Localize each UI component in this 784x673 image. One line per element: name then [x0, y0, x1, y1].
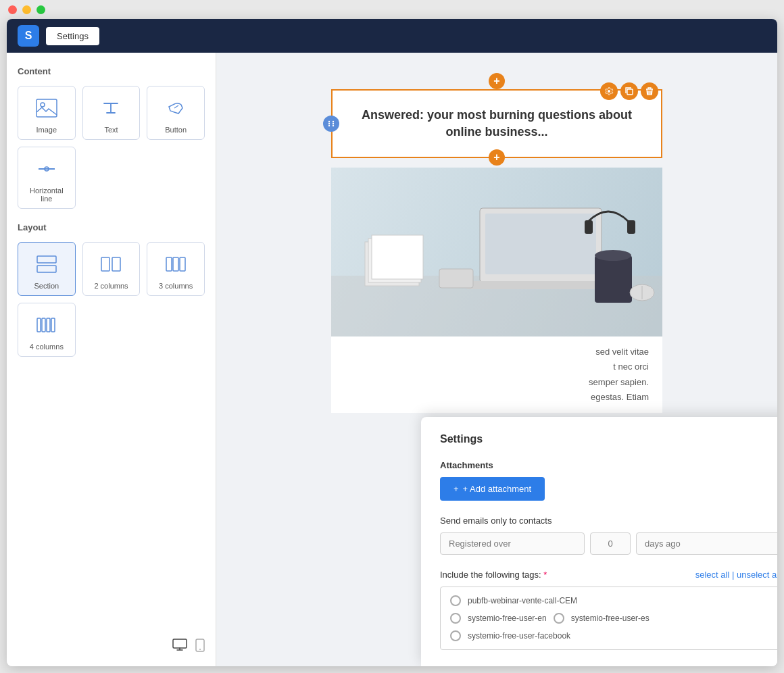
mobile-icon[interactable] — [195, 639, 205, 655]
app-window: S Settings Content Imag — [7, 19, 777, 666]
tags-section: Include the following tags: * select all… — [440, 570, 777, 650]
sidebar: Content Image — [7, 53, 216, 666]
email-block-text-content: Answered: your most burning questions ab… — [333, 91, 661, 157]
tags-label: Include the following tags: * — [440, 570, 547, 580]
layout-3columns[interactable]: 3 columns — [147, 242, 205, 296]
settings-panel-title: Settings — [440, 433, 777, 445]
email-body-text: sed velit vitae t nec orci semper sapien… — [331, 336, 662, 412]
settings-panel: Settings Attachments + + Add attachment … — [421, 417, 777, 666]
text-label: Text — [104, 126, 118, 134]
add-attachment-button[interactable]: + + Add attachment — [440, 477, 545, 501]
component-image[interactable]: Image — [18, 86, 76, 140]
content-components-grid: Image Text — [18, 86, 205, 209]
maximize-button[interactable] — [36, 5, 45, 14]
3columns-icon — [164, 252, 188, 276]
component-text[interactable]: Text — [82, 86, 141, 140]
svg-rect-8 — [166, 257, 172, 271]
add-icon: + — [454, 484, 459, 494]
image-label: Image — [36, 126, 57, 134]
2columns-label: 2 columns — [94, 282, 128, 290]
svg-point-35 — [595, 250, 631, 261]
hline-label: Horizontal line — [24, 186, 70, 203]
button-label: Button — [165, 126, 187, 134]
drag-handle[interactable] — [323, 116, 339, 132]
2columns-icon — [99, 252, 123, 276]
svg-rect-11 — [37, 318, 41, 332]
content-section-title: Content — [18, 66, 205, 76]
layout-section-title: Layout — [18, 222, 205, 232]
layout-2columns[interactable]: 2 columns — [82, 242, 141, 296]
svg-rect-29 — [466, 281, 615, 289]
attachments-label: Attachments — [440, 460, 777, 470]
svg-point-19 — [333, 121, 334, 122]
svg-rect-36 — [585, 220, 593, 234]
top-nav: S Settings — [7, 19, 777, 53]
tag-row-2: systemio-free-user-en systemio-free-user… — [450, 613, 770, 624]
close-button[interactable] — [8, 5, 17, 14]
svg-rect-34 — [595, 255, 632, 303]
tags-links: select all | unselect all — [695, 570, 777, 580]
minimize-button[interactable] — [22, 5, 31, 14]
svg-point-1 — [41, 103, 45, 107]
add-block-bottom-button[interactable]: + — [489, 149, 505, 166]
tag-label-1: systemio-free-user-en — [468, 614, 547, 623]
tag-label-3: systemio-free-user-facebook — [468, 631, 570, 641]
days-input[interactable] — [590, 532, 631, 555]
settings-tab[interactable]: Settings — [46, 27, 99, 45]
svg-rect-33 — [439, 269, 473, 288]
unselect-all-link[interactable]: unselect all — [737, 570, 777, 580]
3columns-label: 3 columns — [159, 282, 193, 290]
svg-rect-12 — [42, 318, 45, 332]
svg-point-20 — [328, 123, 330, 124]
registered-over-field: Registered over — [440, 532, 585, 555]
layout-grid: Section 2 columns — [18, 242, 205, 357]
svg-rect-15 — [173, 639, 187, 648]
hline-icon — [34, 157, 59, 181]
tag-label-0: pubfb-webinar-vente-call-CEM — [468, 596, 577, 605]
add-block-top-button[interactable]: + — [489, 73, 505, 89]
layout-section[interactable]: Section — [18, 242, 76, 296]
svg-rect-0 — [36, 99, 57, 117]
laptop-image — [331, 168, 662, 336]
svg-rect-24 — [627, 89, 633, 95]
component-hline[interactable]: Horizontal line — [18, 147, 76, 209]
section-label: Section — [34, 282, 59, 290]
svg-point-17 — [199, 649, 201, 650]
send-emails-label: Send emails only to contacts — [440, 516, 777, 526]
tag-radio-0[interactable] — [450, 595, 461, 606]
svg-point-18 — [328, 121, 330, 122]
email-image-block — [331, 168, 662, 336]
tag-radio-3[interactable] — [450, 630, 461, 641]
desktop-icon[interactable] — [172, 639, 187, 655]
svg-rect-4 — [37, 256, 56, 263]
content-area: + — [216, 53, 777, 666]
email-text-block[interactable]: Answered: your most burning questions ab… — [331, 89, 662, 158]
device-switcher — [172, 639, 205, 655]
svg-point-23 — [333, 125, 334, 126]
component-button[interactable]: Button — [147, 86, 205, 140]
tag-radio-2[interactable] — [554, 613, 564, 624]
4columns-icon — [34, 313, 59, 337]
svg-rect-37 — [627, 220, 635, 234]
svg-point-21 — [333, 123, 334, 124]
send-emails-section: Send emails only to contacts Registered … — [440, 516, 777, 555]
svg-rect-6 — [101, 257, 109, 271]
text-icon — [99, 96, 123, 120]
svg-rect-14 — [51, 318, 55, 332]
button-icon — [164, 96, 188, 120]
svg-rect-7 — [112, 257, 120, 271]
email-canvas: + — [331, 73, 662, 413]
layout-4columns[interactable]: 4 columns — [18, 303, 76, 357]
send-emails-row: Registered over days ago — [440, 532, 777, 555]
select-all-link[interactable]: select all — [695, 570, 730, 580]
days-ago-label: days ago — [636, 532, 777, 555]
svg-rect-32 — [372, 235, 423, 279]
tag-row-1: pubfb-webinar-vente-call-CEM — [450, 595, 770, 606]
tag-radio-1[interactable] — [450, 613, 461, 624]
tags-header: Include the following tags: * select all… — [440, 570, 777, 580]
svg-rect-13 — [47, 318, 50, 332]
svg-rect-10 — [180, 257, 185, 271]
svg-point-22 — [328, 125, 330, 126]
tags-list: pubfb-webinar-vente-call-CEM systemio-fr… — [440, 587, 777, 650]
4columns-label: 4 columns — [30, 343, 64, 351]
